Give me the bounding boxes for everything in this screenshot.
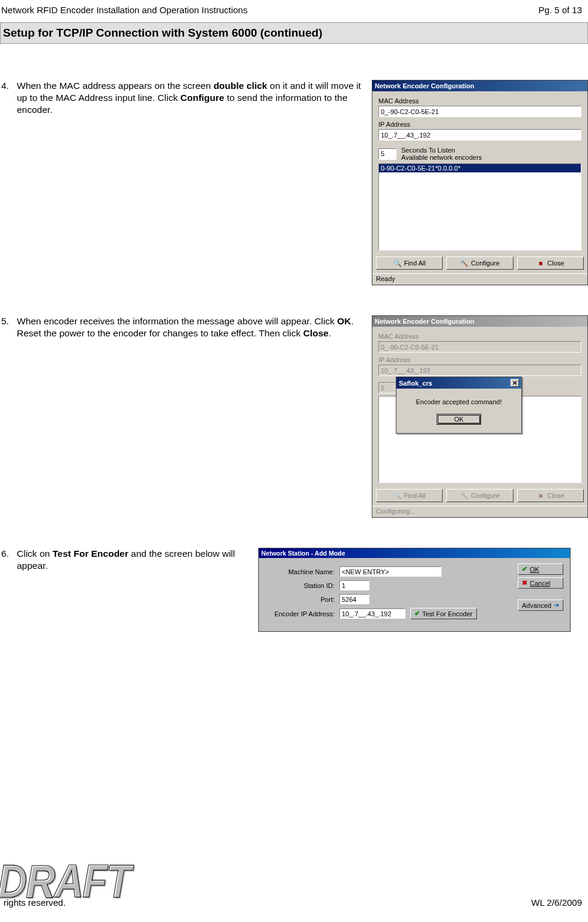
find-all-button-disabled: 🔍 Find All xyxy=(376,489,443,502)
close-button-disabled: ■ Close xyxy=(517,489,584,502)
port-input[interactable] xyxy=(339,594,369,604)
station-id-input[interactable] xyxy=(339,580,369,590)
status-bar: Ready xyxy=(372,273,587,285)
network-encoder-config-dialog: Network Encoder Configuration MAC Addres… xyxy=(372,80,588,285)
status-bar-configuring: Configuring... xyxy=(372,506,587,517)
binoculars-icon: 🔍 xyxy=(393,491,402,500)
check-icon: ✔ xyxy=(414,610,420,617)
mac-address-label: MAC Address xyxy=(378,97,581,105)
ip-address-input-disabled xyxy=(378,365,581,376)
doc-title: Network RFID Encoder Installation and Op… xyxy=(1,5,247,15)
station-id-label: Station ID: xyxy=(266,582,339,589)
binoculars-icon: 🔍 xyxy=(393,259,402,267)
footer-copyright: rights reserved. xyxy=(1,897,65,908)
mac-address-label: MAC Address xyxy=(378,333,581,340)
ok-button[interactable]: ✔ OK xyxy=(518,563,563,575)
hammer-icon: 🔨 xyxy=(460,491,468,500)
configure-button[interactable]: 🔨 Configure xyxy=(446,256,513,270)
find-all-button[interactable]: 🔍 Find All xyxy=(376,256,443,270)
ip-address-input[interactable] xyxy=(378,129,581,141)
check-icon: ✔ xyxy=(522,565,527,573)
step-6-body: Click on Test For Encoder and the screen… xyxy=(17,548,251,572)
close-x-button[interactable]: ✕ xyxy=(511,379,519,387)
arrow-right-icon: ➔ xyxy=(554,601,559,609)
close-button[interactable]: ■ Close xyxy=(517,256,584,270)
port-label: Port: xyxy=(266,596,339,603)
encoder-ip-input[interactable] xyxy=(339,608,405,619)
step-5-number: 5. xyxy=(0,315,17,327)
close-icon: ■ xyxy=(536,491,545,500)
list-item[interactable]: 0-90-C2-C0-5E-21*0.0.0.0* xyxy=(379,164,581,172)
cancel-button[interactable]: ✖ Cancel xyxy=(518,577,563,589)
ok-button[interactable]: OK xyxy=(437,414,481,425)
messagebox-title: Saflok_crs xyxy=(399,380,432,387)
dialog-titlebar-disabled: Network Encoder Configuration xyxy=(372,316,587,327)
network-station-add-dialog: Network Station - Add Mode Machine Name:… xyxy=(258,548,571,632)
dialog-titlebar: Network Encoder Configuration xyxy=(372,80,587,91)
close-icon: ■ xyxy=(536,259,545,267)
seconds-listen-input[interactable] xyxy=(378,148,396,160)
step-4: 4. When the MAC address appears on the s… xyxy=(0,80,372,116)
dialog6-titlebar: Network Station - Add Mode xyxy=(259,548,570,558)
footer-date: WL 2/6/2009 xyxy=(532,897,583,908)
encoders-listbox[interactable]: 0-90-C2-C0-5E-21*0.0.0.0* xyxy=(378,163,581,250)
hammer-icon: 🔨 xyxy=(460,259,468,267)
messagebox-text: Encoder accepted command! xyxy=(402,398,515,405)
machine-name-label: Machine Name: xyxy=(266,568,339,575)
test-for-encoder-button[interactable]: ✔ Test For Encoder xyxy=(410,608,477,619)
step-6: 6. Click on Test For Encoder and the scr… xyxy=(0,548,258,572)
configure-button-disabled: 🔨 Configure xyxy=(446,489,513,502)
step-5: 5. When encoder receives the information… xyxy=(0,315,372,339)
ip-address-label: IP Address xyxy=(378,121,581,128)
step-5-body: When encoder receives the information th… xyxy=(17,315,365,339)
saflok-messagebox: Saflok_crs ✕ Encoder accepted command! O… xyxy=(396,377,522,434)
ip-address-label: IP Address xyxy=(378,356,581,363)
encoder-ip-label: Encoder IP Address: xyxy=(266,610,339,617)
seconds-listen-label: Seconds To Listen xyxy=(401,147,482,154)
available-encoders-label: Available network encoders xyxy=(401,154,482,161)
mac-address-input-disabled xyxy=(378,341,581,353)
section-heading: Setup for TCP/IP Connection with System … xyxy=(0,22,588,44)
page-indicator: Pg. 5 of 13 xyxy=(538,5,582,15)
machine-name-input[interactable] xyxy=(339,566,441,577)
step-4-body: When the MAC address appears on the scre… xyxy=(17,80,365,116)
seconds-listen-input-disabled xyxy=(378,382,396,393)
mac-address-input[interactable] xyxy=(378,106,581,117)
step-4-number: 4. xyxy=(0,80,17,92)
step-6-number: 6. xyxy=(0,548,17,560)
advanced-button[interactable]: Advanced ➔ xyxy=(518,599,563,611)
x-icon: ✖ xyxy=(522,579,527,587)
